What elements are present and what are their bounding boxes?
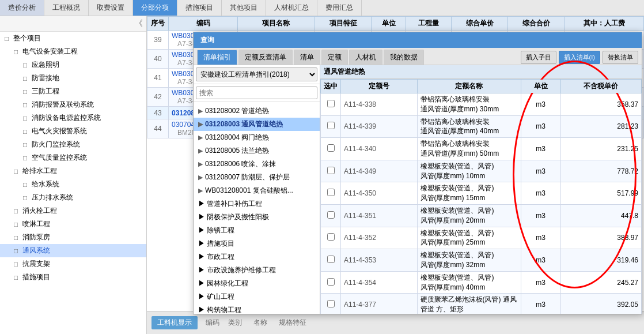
nav-measures[interactable]: 措施项目 [177, 0, 222, 16]
tab-mydata[interactable]: 我的数据 [384, 50, 424, 65]
nav-costanalysis[interactable]: 造价分析 [0, 0, 44, 16]
tab-dinge[interactable]: 定额 [321, 50, 348, 65]
cell-unit: m3 [521, 204, 560, 227]
tree-item-031208002[interactable]: ▶ 031208002 管道绝热 [194, 104, 320, 118]
sidebar-item-lightning[interactable]: □ 防雷接地 [0, 72, 146, 85]
insert-child-btn[interactable]: 插入子目 [521, 51, 556, 64]
tab-dinge-reverse[interactable]: 定额反查清单 [238, 50, 293, 65]
table-row[interactable]: A11-4-352 橡塑板安装(管道、风管)风管(厚度mm) 25mm m3 3… [321, 227, 642, 249]
table-row[interactable]: A11-4-350 橡塑板安装(管道、风管)风管(厚度mm) 15mm m3 5… [321, 182, 642, 205]
tree-item-supplement[interactable]: ▶ 管道补口补伤工程 [194, 197, 320, 211]
sidebar-item-airquality[interactable]: □ 空气质量监控系统 [0, 151, 146, 164]
sidebar-item-firedoor[interactable]: □ 防火门监控系统 [0, 138, 146, 151]
cell-checkbox[interactable] [321, 294, 341, 314]
table-row[interactable]: A11-4-377 硬质聚苯乙烯泡沫板(风管) 通风管道 方、矩形 m3 392… [321, 294, 642, 314]
table-row[interactable]: A11-4-339 带铝箔离心玻璃棉安装通风管道(厚度mm) 40mm m3 2… [321, 115, 642, 138]
tab-qingdan[interactable]: 清单 [294, 50, 320, 65]
sidebar-item-root[interactable]: □ 整个项目 [0, 32, 146, 45]
tree-item-municipal[interactable]: ▶ 市政工程 [194, 250, 320, 264]
sidebar-item-fireelec[interactable]: □ 电气火灾报警系统 [0, 125, 146, 138]
sidebar-item-water[interactable]: □ 给排水工程 [0, 164, 146, 178]
tree-item-031208007[interactable]: ▶ 031208007 防潮层、保护层 [194, 171, 320, 184]
tree-item-031208003[interactable]: ▶ 031208003 通风管道绝热 [194, 118, 320, 131]
cell-defname: 橡塑板安装(管道、风管)风管(厚度mm) 20mm [417, 204, 521, 227]
tree-item-label: ▶ 构筑物工程 [198, 305, 241, 314]
cell-defname: 橡塑板安装(管道、风管)风管(厚度mm) 10mm [417, 160, 521, 182]
sidebar-item-sprinkler[interactable]: □ 喷淋工程 [0, 217, 146, 231]
table-row[interactable]: A11-4-340 带铝箔离心玻璃棉安装通风管道(厚度mm) 50mm m3 2… [321, 138, 642, 160]
collapse-btn[interactable]: 《 [132, 17, 145, 30]
sidebar-item-support[interactable]: □ 抗震支架 [0, 257, 146, 271]
table-row[interactable]: A11-4-351 橡塑板安装(管道、风管)风管(厚度mm) 20mm m3 4… [321, 204, 642, 227]
sidebar-item-firealarm[interactable]: □ 消防报警及联动系统 [0, 98, 146, 111]
replace-qingdan-btn[interactable]: 替换清单 [603, 51, 638, 64]
sidebar-item-emerg[interactable]: □ 应急照明 [0, 58, 146, 72]
expand-icon: □ [23, 88, 30, 96]
cell-defnum: A11-4-353 [341, 249, 418, 272]
expand-icon: ▶ [198, 147, 203, 155]
nav-other[interactable]: 其他项目 [222, 0, 266, 16]
insert-qingdan-btn[interactable]: 插入清单(I) [559, 51, 600, 64]
table-row[interactable]: A11-4-353 橡塑板安装(管道、风管)风管(厚度mm) 32mm m3 3… [321, 249, 642, 272]
nav-breakdown[interactable]: 分部分项 [133, 0, 177, 16]
tree-item-label: 031208002 管道绝热 [205, 106, 269, 116]
sidebar-item-watersupply[interactable]: □ 给水系统 [0, 178, 146, 191]
sidebar-item-drain[interactable]: □ 压力排水系统 [0, 191, 146, 204]
nav-labor[interactable]: 人材机汇总 [266, 0, 317, 16]
tree-item-measures[interactable]: ▶ 措施项目 [194, 237, 320, 250]
modal-right-panel: 通风管道绝热 选中 定额号 定额名称 单位 不含税单价 [320, 65, 642, 314]
database-select[interactable]: 安徽建设工程清单指引(2018) [196, 67, 317, 81]
cell-checkbox[interactable] [321, 93, 341, 116]
sidebar-item-pump[interactable]: □ 消防泵房 [0, 231, 146, 244]
tree-item-031208004[interactable]: ▶ 031208004 阀门绝热 [194, 131, 320, 144]
tab-qingdan-guide[interactable]: 清单指引 [197, 50, 237, 65]
col-code: 编码 [169, 17, 238, 31]
cell-defnum: A11-4-349 [341, 160, 418, 182]
search-input[interactable] [196, 87, 317, 99]
cell-checkbox[interactable] [321, 138, 341, 160]
tree-item-wb031208001[interactable]: ▶ WB031208001 复合硅酸铝... [194, 184, 320, 197]
table-row[interactable]: A11-4-349 橡塑板安装(管道、风管)风管(厚度mm) 10mm m3 7… [321, 160, 642, 182]
sidebar-item-hydrant[interactable]: □ 消火栓工程 [0, 204, 146, 217]
nav-overview[interactable]: 工程概况 [44, 0, 89, 16]
cell-unit: m3 [521, 138, 560, 160]
labor-display-btn[interactable]: 工料机显示 [151, 316, 198, 329]
tree-item-cathode[interactable]: ▶ 阴极保护及搬性阳极 [194, 211, 320, 224]
cell-price: 392.05 [560, 294, 641, 314]
tree-item-derust[interactable]: ▶ 除锈工程 [194, 224, 320, 237]
cell-checkbox[interactable] [321, 271, 341, 294]
cell-price: 231.25 [560, 138, 641, 160]
cell-checkbox[interactable] [321, 227, 341, 249]
tree-item-mining[interactable]: ▶ 矿山工程 [194, 290, 320, 303]
tree-item-031208006[interactable]: ▶ 031208006 喷涂、涂抹 [194, 157, 320, 171]
tree-item-031208005[interactable]: ▶ 031208005 法兰绝热 [194, 144, 320, 157]
sidebar-item-label: 防雷接地 [32, 73, 59, 83]
sidebar-item-ventilation[interactable]: □ 通风系统 [0, 244, 146, 257]
expand-icon: □ [14, 167, 21, 175]
cell-checkbox[interactable] [321, 204, 341, 227]
nav-fees[interactable]: 取费设置 [89, 0, 133, 16]
sidebar-item-measures[interactable]: □ 措施项目 [0, 271, 146, 284]
table-row[interactable]: A11-4-354 橡塑板安装(管道、风管)风管(厚度mm) 40mm m3 2… [321, 271, 642, 294]
tree-item-maintenance[interactable]: ▶ 市政设施养护维修工程 [194, 264, 320, 277]
nav-cost-summary[interactable]: 费用汇总 [317, 0, 362, 16]
cell-checkbox[interactable] [321, 160, 341, 182]
expand-icon: □ [23, 74, 30, 82]
cell-checkbox[interactable] [321, 249, 341, 272]
sidebar: 《 □ 整个项目 □ 电气设备安装工程 □ 应急照明 □ 防雷接地 □ 三防工程… [0, 16, 147, 334]
expand-icon: □ [23, 154, 30, 162]
sidebar-item-elec[interactable]: □ 电气设备安装工程 [0, 45, 146, 58]
modal-tabs: 清单指引 定额反查清单 清单 定额 人材机 我的数据 插入子目 插入清单(I) … [194, 48, 642, 65]
tab-labor[interactable]: 人材机 [349, 50, 382, 65]
tree-item-label: 031208003 通风管道绝热 [205, 119, 283, 129]
cell-checkbox[interactable] [321, 182, 341, 205]
sidebar-item-fire3[interactable]: □ 三防工程 [0, 85, 146, 98]
table-row[interactable]: A11-4-338 带铝箔离心玻璃棉安装通风管道(厚度mm) 30mm m3 3… [321, 93, 642, 116]
col-unit: 单位 [521, 80, 560, 93]
cell-checkbox[interactable] [321, 115, 341, 138]
sidebar-item-firepower[interactable]: □ 消防设备电源监控系统 [0, 111, 146, 125]
modal-right-header: 通风管道绝热 [320, 65, 642, 79]
cell-defname: 硬质聚苯乙烯泡沫板(风管) 通风管道 方、矩形 [417, 294, 521, 314]
tree-item-garden[interactable]: ▶ 园林绿化工程 [194, 277, 320, 290]
tree-item-structure[interactable]: ▶ 构筑物工程 [194, 303, 320, 314]
